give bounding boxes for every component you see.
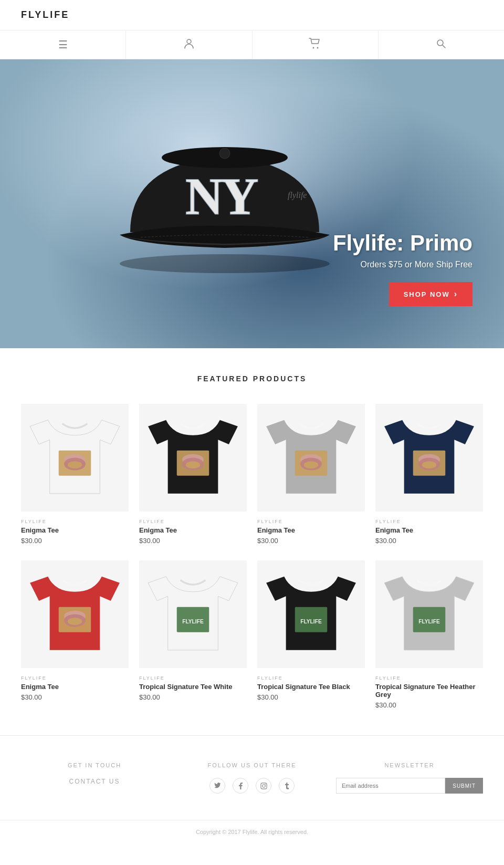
- shop-now-label: ShOP NOW: [404, 290, 450, 298]
- product-card[interactable]: FLYLIFE Enigma Tee $30.00: [139, 404, 247, 545]
- product-price: $30.00: [21, 537, 129, 545]
- product-price: $30.00: [21, 693, 129, 701]
- product-image: FLYLIFE: [375, 560, 483, 668]
- product-price: $30.00: [375, 537, 483, 545]
- product-price: $30.00: [139, 693, 247, 701]
- footer-newsletter-heading: NEWSLETTER: [336, 762, 483, 768]
- instagram-icon[interactable]: [256, 778, 271, 794]
- product-price: $30.00: [375, 701, 483, 709]
- product-name: Enigma Tee: [139, 526, 247, 534]
- featured-products-section: FEATURED PRODUCTS FLYLIFE Enigma T: [0, 348, 504, 735]
- hero-cap-image: NY NY flylife: [88, 111, 361, 290]
- nav-account[interactable]: [126, 30, 252, 59]
- account-icon: [183, 38, 195, 52]
- product-brand: FLYLIFE: [375, 675, 483, 681]
- hero-title: Flylife: Primo: [333, 231, 472, 256]
- svg-point-30: [68, 618, 82, 625]
- svg-point-0: [187, 39, 191, 44]
- svg-text:FLYLIFE: FLYLIFE: [300, 619, 322, 624]
- search-icon: [436, 38, 446, 51]
- hero-content: Flylife: Primo Orders $75 or More Ship F…: [333, 231, 504, 348]
- shop-now-arrow: ›: [454, 289, 458, 299]
- svg-point-39: [265, 784, 266, 784]
- newsletter-form: SUBMIT: [336, 778, 483, 794]
- product-name: Enigma Tee: [21, 526, 129, 534]
- products-grid: FLYLIFE Enigma Tee $30.00 FLY: [21, 404, 483, 709]
- product-card[interactable]: FLYLIFE FLYLIFE Tropical Signature Tee H…: [375, 560, 483, 709]
- product-name: Tropical Signature Tee Heather Grey: [375, 683, 483, 699]
- product-price: $30.00: [139, 537, 247, 545]
- product-card[interactable]: FLYLIFE FLYLIFE Tropical Signature Tee B…: [257, 560, 365, 709]
- product-name: Enigma Tee: [257, 526, 365, 534]
- product-brand: FLYLIFE: [21, 675, 129, 681]
- svg-point-14: [68, 461, 82, 468]
- twitter-icon[interactable]: [209, 778, 225, 794]
- svg-point-5: [120, 254, 330, 273]
- tumblr-icon[interactable]: [279, 778, 295, 794]
- product-card[interactable]: FLYLIFE Enigma Tee $30.00: [21, 404, 129, 545]
- product-image: FLYLIFE: [257, 560, 365, 668]
- svg-point-18: [186, 461, 200, 468]
- svg-point-38: [262, 784, 265, 787]
- svg-point-1: [313, 47, 314, 48]
- svg-point-10: [219, 148, 230, 159]
- hero-subtitle: Orders $75 or More Ship Free: [333, 260, 472, 269]
- product-image: [375, 404, 483, 512]
- menu-icon: ☰: [58, 38, 68, 51]
- featured-title: FEATURED PRODUCTS: [21, 374, 483, 383]
- contact-us-link[interactable]: CONTACT US: [21, 778, 168, 785]
- product-brand: FLYLIFE: [139, 519, 247, 524]
- svg-text:flylife: flylife: [288, 191, 307, 200]
- shop-now-button[interactable]: ShOP NOW ›: [389, 282, 472, 306]
- footer-social-heading: FOLLOW US OUT THERE: [178, 762, 326, 768]
- site-header: FLYLIFE: [0, 0, 504, 30]
- product-image: [21, 560, 129, 668]
- product-card[interactable]: FLYLIFE Enigma Tee $30.00: [375, 404, 483, 545]
- product-card[interactable]: FLYLIFE Enigma Tee $30.00: [21, 560, 129, 709]
- product-name: Enigma Tee: [21, 683, 129, 691]
- newsletter-submit-button[interactable]: SUBMIT: [445, 778, 483, 794]
- footer-contact-heading: GET IN TOUCH: [21, 762, 168, 768]
- product-name: Tropical Signature Tee White: [139, 683, 247, 691]
- facebook-icon[interactable]: [233, 778, 248, 794]
- product-price: $30.00: [257, 693, 365, 701]
- svg-text:FLYLIFE: FLYLIFE: [418, 619, 440, 624]
- svg-point-26: [422, 461, 436, 468]
- product-brand: FLYLIFE: [257, 675, 365, 681]
- footer-newsletter-col: NEWSLETTER SUBMIT: [336, 762, 483, 794]
- product-image: [257, 404, 365, 512]
- svg-point-3: [437, 40, 443, 46]
- product-brand: FLYLIFE: [139, 675, 247, 681]
- nav-cart[interactable]: [253, 30, 379, 59]
- product-card[interactable]: FLYLIFE Enigma Tee $30.00: [257, 404, 365, 545]
- nav-search[interactable]: [379, 30, 504, 59]
- nav-menu[interactable]: ☰: [0, 30, 126, 59]
- svg-rect-37: [260, 783, 266, 788]
- svg-point-22: [304, 461, 318, 468]
- product-image: FLYLIFE: [139, 560, 247, 668]
- product-brand: FLYLIFE: [257, 519, 365, 524]
- footer-social-col: FOLLOW US OUT THERE: [178, 762, 326, 794]
- newsletter-email-input[interactable]: [336, 778, 445, 794]
- svg-point-2: [317, 47, 319, 48]
- product-image: [21, 404, 129, 512]
- product-brand: FLYLIFE: [375, 519, 483, 524]
- footer-copyright: Copyright © 2017 Flylife. All rights res…: [0, 820, 504, 843]
- footer-contact-col: GET IN TOUCH CONTACT US: [21, 762, 168, 794]
- svg-text:FLYLIFE: FLYLIFE: [182, 619, 204, 624]
- site-logo[interactable]: FLYLIFE: [21, 9, 69, 20]
- product-name: Enigma Tee: [375, 526, 483, 534]
- site-footer: GET IN TOUCH CONTACT US FOLLOW US OUT TH…: [0, 735, 504, 843]
- nav-bar: ☰: [0, 30, 504, 59]
- product-card[interactable]: FLYLIFE FLYLIFE Tropical Signature Tee W…: [139, 560, 247, 709]
- svg-text:NY: NY: [185, 167, 258, 225]
- product-brand: FLYLIFE: [21, 519, 129, 524]
- hero-section: NY NY flylife Flylife: Primo Orders $75 …: [0, 59, 504, 348]
- product-price: $30.00: [257, 537, 365, 545]
- product-image: [139, 404, 247, 512]
- cart-icon: [309, 38, 321, 52]
- product-name: Tropical Signature Tee Black: [257, 683, 365, 691]
- footer-columns: GET IN TOUCH CONTACT US FOLLOW US OUT TH…: [0, 735, 504, 820]
- social-icons-container: [178, 778, 326, 794]
